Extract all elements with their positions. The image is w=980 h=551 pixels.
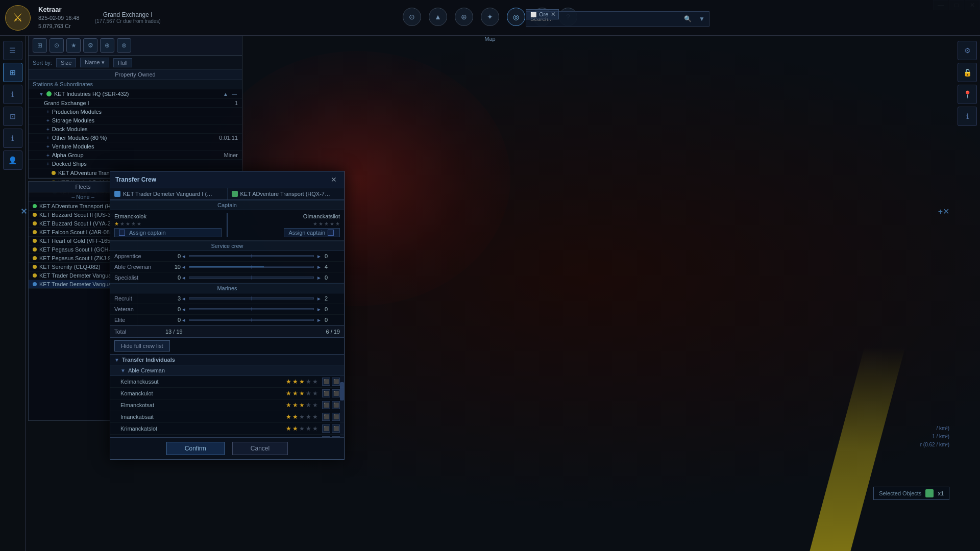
station-item-hq[interactable]: ▼ KET Industries HQ (SER-432) ▲ —: [29, 89, 242, 99]
assign-checkbox-left[interactable]: [119, 230, 125, 236]
specialist-arrow-left[interactable]: ◄: [181, 275, 187, 281]
sidebar-icon-info[interactable]: ℹ: [3, 85, 22, 104]
nav-icon-map[interactable]: ◎: [507, 8, 525, 26]
property-panel: ⊞ ⊙ ★ ⚙ ⊕ ⊗ Sort by: Size Name ▾ Hull Pr…: [28, 36, 242, 179]
sort-hull-btn[interactable]: Hull: [113, 58, 132, 67]
nav-icon-2[interactable]: ▲: [429, 8, 447, 26]
player-name: Ketraar: [38, 5, 80, 14]
station-icon-2[interactable]: —: [231, 90, 238, 97]
ind-transfer-btns-0: ⬛ ⬛: [322, 378, 340, 386]
ore-filter-close[interactable]: ✕: [551, 11, 556, 18]
recruit-track[interactable]: [189, 297, 314, 299]
right-icon-settings[interactable]: ⚙: [958, 41, 977, 60]
docked-ships-item[interactable]: + Docked Ships: [29, 160, 242, 168]
toolbar-btn-6[interactable]: ⊗: [117, 38, 131, 53]
recruit-arrow-left[interactable]: ◄: [181, 296, 187, 302]
hide-crew-btn[interactable]: Hide full crew list: [114, 340, 170, 352]
ore-filter-icon: ⬜: [530, 12, 536, 17]
left-sidebar: ☰ ⊞ ℹ ⊡ ℹ 👤: [0, 36, 26, 551]
elite-arrow-left[interactable]: ◄: [181, 317, 187, 323]
toolbar-btn-1[interactable]: ⊞: [33, 38, 47, 53]
nav-icon-1[interactable]: ⊙: [403, 8, 421, 26]
filter-icon[interactable]: ▼: [695, 12, 709, 26]
nav-icon-3[interactable]: ⊕: [455, 8, 473, 26]
sidebar-icon-person[interactable]: 👤: [3, 151, 22, 170]
elite-track[interactable]: [189, 319, 314, 321]
coord-line-1: / km²): [920, 424, 949, 433]
fleet-dot-5: [33, 247, 37, 252]
other-modules-item[interactable]: + Other Modules (80 %) 0:01:11: [29, 134, 242, 142]
assign-captain-left-btn[interactable]: Assign captain: [114, 228, 222, 237]
scrollbar-thumb[interactable]: [340, 382, 344, 400]
individual-3: Imanckabsait ★ ★ ★ ★ ★ ⬛ ⬛: [110, 411, 344, 423]
ind-left-btn-0[interactable]: ⬛: [322, 378, 330, 386]
crew-row-veteran: Veteran 0 ◄ ► 0: [110, 304, 344, 315]
expand-icon-prod: +: [46, 109, 50, 115]
dialog-close-button[interactable]: ✕: [329, 174, 339, 185]
captain-stars-right: ★ ★ ★ ★ ★: [313, 221, 340, 227]
sidebar-icon-comms[interactable]: ℹ: [3, 129, 22, 148]
sidebar-icon-list[interactable]: ☰: [3, 41, 22, 60]
ship-name-right: KET ADventure Transport (HQX-786): [240, 191, 332, 197]
ind-right-btn-1[interactable]: ⬛: [332, 389, 340, 397]
venture-modules-item[interactable]: + Venture Modules: [29, 142, 242, 151]
apprentice-track[interactable]: [189, 255, 314, 257]
alpha-group-item[interactable]: + Alpha Group Miner: [29, 151, 242, 160]
ship-header-right: KET ADventure Transport (HQX-786): [228, 188, 345, 199]
ind-right-btn-2[interactable]: ⬛: [332, 401, 340, 409]
specialist-track[interactable]: [189, 277, 314, 279]
toolbar-btn-4[interactable]: ⚙: [83, 38, 97, 53]
veteran-arrow-right[interactable]: ►: [316, 307, 322, 312]
right-icon-location[interactable]: 📍: [958, 85, 977, 104]
sidebar-icon-property[interactable]: ⊞: [3, 63, 22, 82]
star-3: ★: [126, 221, 130, 227]
search-icon[interactable]: 🔍: [680, 12, 695, 26]
production-modules-item[interactable]: + Production Modules: [29, 108, 242, 116]
fleet-label-0: KET ADventure Transport (HC...: [39, 203, 119, 209]
able-arrow-left[interactable]: ◄: [181, 264, 187, 270]
veteran-track[interactable]: [189, 308, 314, 310]
ind-right-btn-3[interactable]: ⬛: [332, 413, 340, 421]
storage-modules-item[interactable]: + Storage Modules: [29, 116, 242, 125]
nav-icon-4[interactable]: ✦: [481, 8, 499, 26]
ind-right-btn-0[interactable]: ⬛: [332, 378, 340, 386]
sidebar-icon-missions[interactable]: ⊡: [3, 107, 22, 126]
elite-arrow-right[interactable]: ►: [316, 317, 322, 323]
confirm-button[interactable]: Confirm: [166, 442, 225, 455]
assign-captain-left-label: Assign captain: [129, 230, 166, 236]
station-subitem[interactable]: Grand Exchange I 1: [29, 99, 242, 108]
ind-left-btn-4[interactable]: ⬛: [322, 424, 330, 433]
ind-left-btn-3[interactable]: ⬛: [322, 413, 330, 421]
veteran-arrow-left[interactable]: ◄: [181, 307, 187, 312]
apprentice-slider: ◄ ►: [181, 254, 322, 259]
dialog-title: Transfer Crew: [115, 176, 156, 183]
ind-right-btn-4[interactable]: ⬛: [332, 424, 340, 433]
station-icon-1[interactable]: ▲: [222, 90, 229, 97]
ind-right-btn-5[interactable]: ⬛: [332, 436, 340, 437]
cancel-button[interactable]: Cancel: [232, 442, 288, 455]
dock-modules-item[interactable]: + Dock Modules: [29, 125, 242, 134]
right-icon-info[interactable]: ℹ: [958, 107, 977, 126]
assign-checkbox-right[interactable]: [328, 230, 334, 236]
captain-name-left: Etmanckolok: [114, 213, 222, 219]
toolbar-btn-3[interactable]: ★: [66, 38, 81, 53]
sort-name-btn[interactable]: Name ▾: [80, 58, 109, 67]
apprentice-arrow-right[interactable]: ►: [316, 254, 322, 259]
individuals-scrollbar[interactable]: [340, 376, 344, 437]
ind-left-btn-5[interactable]: ⬛: [322, 436, 330, 437]
recruit-arrow-right[interactable]: ►: [316, 296, 322, 302]
ind-left-btn-2[interactable]: ⬛: [322, 401, 330, 409]
toolbar-btn-5[interactable]: ⊕: [100, 38, 114, 53]
assign-captain-right-btn[interactable]: Assign captain: [284, 228, 340, 237]
expand-icon-alpha: +: [46, 153, 50, 158]
toolbar-btn-2[interactable]: ⊙: [50, 38, 64, 53]
transfer-expand-icon[interactable]: ▼: [114, 357, 119, 363]
sort-size-btn[interactable]: Size: [56, 58, 76, 67]
ind-left-btn-1[interactable]: ⬛: [322, 389, 330, 397]
able-arrow-right[interactable]: ►: [316, 264, 322, 270]
able-crewman-expand-icon[interactable]: ▼: [120, 368, 126, 373]
able-track[interactable]: [189, 266, 314, 268]
right-icon-lock[interactable]: 🔒: [958, 63, 977, 82]
apprentice-arrow-left[interactable]: ◄: [181, 254, 187, 259]
specialist-arrow-right[interactable]: ►: [316, 275, 322, 281]
